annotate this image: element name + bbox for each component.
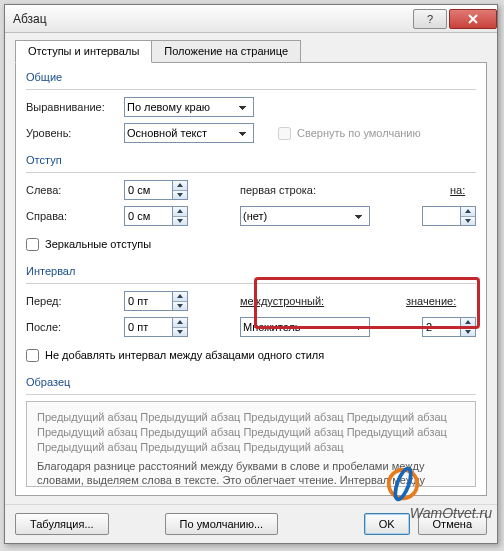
before-label: Перед: [26,295,118,307]
preview-prevpara: Предыдущий абзац Предыдущий абзац Предыд… [37,410,465,455]
dialog-title: Абзац [13,12,411,26]
firstline-select[interactable]: (нет) [240,206,370,226]
right-spinner[interactable] [124,206,188,226]
left-spinner[interactable] [124,180,188,200]
tab-indents[interactable]: Отступы и интервалы [15,40,152,63]
cancel-button[interactable]: Отмена [418,513,487,535]
linespacing-select[interactable]: Множитель [240,317,370,337]
value-spinner[interactable] [422,317,476,337]
group-general: Общие Выравнивание: По левому краю Урове… [26,71,476,144]
on-spinner[interactable] [422,206,476,226]
collapse-checkbox-wrap: Свернуть по умолчанию [278,127,421,140]
group-indent: Отступ Слева: первая строка: на: Справа:… [26,154,476,255]
svg-text:?: ? [427,13,433,25]
tabs-button[interactable]: Табуляция... [15,513,109,535]
help-button[interactable]: ? [413,9,447,29]
value-label: значение: [406,295,476,307]
spin-down-icon[interactable] [173,191,187,200]
paragraph-dialog: Абзац ? Отступы и интервалы Положение на… [4,4,498,544]
mirror-checkbox[interactable] [26,238,39,251]
default-button[interactable]: По умолчанию... [165,513,279,535]
alignment-select[interactable]: По левому краю [124,97,254,117]
ok-button[interactable]: OK [364,513,410,535]
spin-up-icon[interactable] [173,181,187,191]
after-label: После: [26,321,118,333]
left-label: Слева: [26,184,118,196]
group-spacing: Интервал Перед: междустрочный: значение:… [26,265,476,366]
mirror-label: Зеркальные отступы [45,238,151,250]
tab-pageposition[interactable]: Положение на странице [151,40,301,63]
help-icon: ? [424,13,436,25]
dontadd-checkbox-wrap[interactable]: Не добавлять интервал между абзацами одн… [26,349,324,362]
level-label: Уровень: [26,127,118,139]
preview-sample: Благодаря разнице расстояний между буква… [37,459,465,487]
close-icon [467,13,479,25]
collapse-checkbox [278,127,291,140]
group-indent-label: Отступ [26,154,476,166]
group-spacing-label: Интервал [26,265,476,277]
titlebar: Абзац ? [5,5,497,33]
right-label: Справа: [26,210,118,222]
on-label: на: [450,184,476,196]
tabstrip: Отступы и интервалы Положение на страниц… [15,39,487,62]
alignment-label: Выравнивание: [26,101,118,113]
preview-box: Предыдущий абзац Предыдущий абзац Предыд… [26,401,476,487]
group-preview: Образец Предыдущий абзац Предыдущий абза… [26,376,476,489]
before-spinner[interactable] [124,291,188,311]
mirror-checkbox-wrap[interactable]: Зеркальные отступы [26,238,151,251]
close-button[interactable] [449,9,497,29]
tab-panel: Общие Выравнивание: По левому краю Урове… [15,62,487,496]
dontadd-label: Не добавлять интервал между абзацами одн… [45,349,324,361]
linespacing-label: междустрочный: [240,295,340,307]
firstline-label: первая строка: [240,184,340,196]
group-general-label: Общие [26,71,476,83]
group-preview-label: Образец [26,376,476,388]
after-spinner[interactable] [124,317,188,337]
collapse-label: Свернуть по умолчанию [297,127,421,139]
level-select[interactable]: Основной текст [124,123,254,143]
dialog-footer: Табуляция... По умолчанию... OK Отмена [5,504,497,543]
dontadd-checkbox[interactable] [26,349,39,362]
